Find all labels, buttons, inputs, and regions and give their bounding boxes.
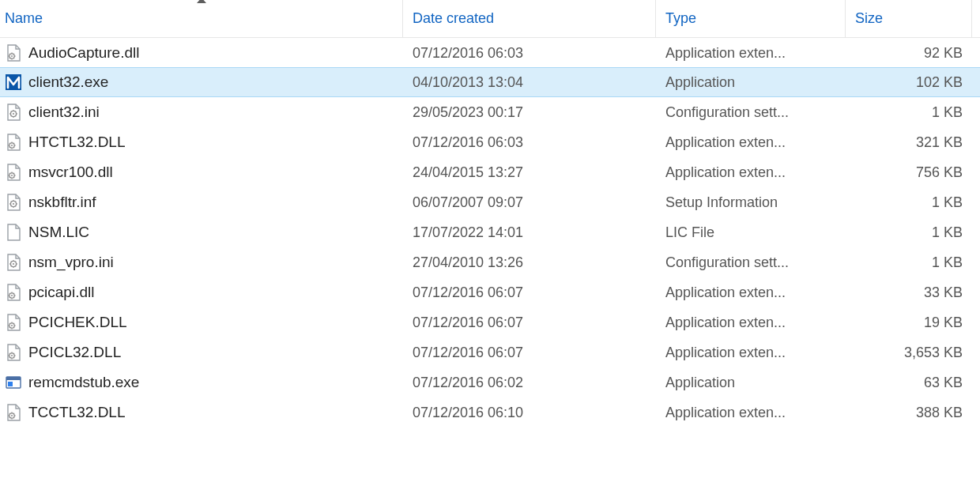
file-date: 07/12/2016 06:03 [403, 45, 656, 62]
file-size: 3,653 KB [846, 345, 972, 361]
file-name: PCICHEK.DLL [28, 314, 127, 331]
file-date: 27/04/2010 13:26 [403, 254, 656, 271]
file-type: Setup Information [656, 194, 846, 211]
file-date: 07/12/2016 06:02 [403, 375, 656, 391]
file-size: 19 KB [846, 315, 972, 331]
file-size: 756 KB [846, 164, 972, 181]
file-name: client32.exe [28, 73, 108, 91]
file-type: Application exten... [656, 45, 846, 62]
file-size: 1 KB [846, 224, 972, 241]
file-name-cell[interactable]: PCICHEK.DLL [0, 314, 403, 331]
file-size: 63 KB [846, 375, 972, 391]
dll-icon [5, 284, 22, 301]
file-name-cell[interactable]: PCICL32.DLL [0, 344, 403, 361]
column-header-type[interactable]: Type [656, 0, 846, 37]
ini-icon [5, 254, 22, 271]
file-name-cell[interactable]: TCCTL32.DLL [0, 404, 403, 421]
file-name: NSM.LIC [28, 224, 89, 241]
file-name-cell[interactable]: HTCTL32.DLL [0, 134, 403, 151]
file-name: PCICL32.DLL [28, 344, 121, 361]
file-row[interactable]: TCCTL32.DLL07/12/2016 06:10Application e… [0, 397, 980, 428]
file-size: 1 KB [846, 254, 972, 271]
file-type: Configuration sett... [656, 104, 846, 121]
file-name-cell[interactable]: AudioCapture.dll [0, 44, 403, 62]
sort-ascending-icon [197, 0, 206, 3]
file-name: remcmdstub.exe [28, 374, 139, 391]
ini-icon [5, 104, 22, 121]
dll-icon [5, 344, 22, 361]
column-header-date-label: Date created [413, 10, 494, 27]
file-icon [5, 224, 22, 241]
column-header-size[interactable]: Size [846, 0, 972, 37]
file-type: Application exten... [656, 345, 846, 361]
column-header-date[interactable]: Date created [403, 0, 656, 37]
column-header-name-label: Name [5, 10, 43, 27]
file-name-cell[interactable]: client32.exe [0, 73, 403, 91]
file-size: 102 KB [846, 74, 972, 91]
file-size: 33 KB [846, 284, 972, 301]
file-name-cell[interactable]: nskbfltr.inf [0, 194, 403, 211]
file-row[interactable]: pcicapi.dll07/12/2016 06:07Application e… [0, 277, 980, 307]
file-row[interactable]: HTCTL32.DLL07/12/2016 06:03Application e… [0, 127, 980, 157]
file-name: nsm_vpro.ini [28, 254, 114, 271]
file-name-cell[interactable]: NSM.LIC [0, 224, 403, 241]
file-rows: AudioCapture.dll07/12/2016 06:03Applicat… [0, 38, 980, 428]
file-size: 388 KB [846, 405, 972, 421]
file-type: LIC File [656, 224, 846, 241]
file-name-cell[interactable]: remcmdstub.exe [0, 374, 403, 391]
column-header-type-label: Type [665, 10, 696, 27]
column-header-name[interactable]: Name [0, 0, 403, 37]
file-row[interactable]: msvcr100.dll24/04/2015 13:27Application … [0, 157, 980, 187]
file-date: 07/12/2016 06:07 [403, 345, 656, 361]
file-type: Application exten... [656, 315, 846, 331]
file-name-cell[interactable]: nsm_vpro.ini [0, 254, 403, 271]
file-row[interactable]: PCICL32.DLL07/12/2016 06:07Application e… [0, 337, 980, 367]
file-date: 17/07/2022 14:01 [403, 224, 656, 241]
file-name: AudioCapture.dll [28, 44, 139, 62]
file-name: TCCTL32.DLL [28, 404, 126, 421]
mexe-icon [5, 73, 22, 91]
file-size: 321 KB [846, 134, 972, 151]
file-name-cell[interactable]: pcicapi.dll [0, 284, 403, 301]
file-row[interactable]: nskbfltr.inf06/07/2007 09:07Setup Inform… [0, 187, 980, 217]
file-type: Application exten... [656, 284, 846, 301]
file-list-view[interactable]: Name Date created Type Size AudioCapture… [0, 0, 980, 428]
dll-icon [5, 314, 22, 331]
file-date: 07/12/2016 06:07 [403, 315, 656, 331]
file-name: client32.ini [28, 104, 100, 121]
column-header-row: Name Date created Type Size [0, 0, 980, 38]
file-name: msvcr100.dll [28, 164, 113, 181]
file-size: 1 KB [846, 194, 972, 211]
file-type: Application [656, 375, 846, 391]
file-row[interactable]: nsm_vpro.ini27/04/2010 13:26Configuratio… [0, 247, 980, 277]
file-date: 07/12/2016 06:03 [403, 134, 656, 151]
ini-icon [5, 194, 22, 211]
file-date: 06/07/2007 09:07 [403, 194, 656, 211]
file-row[interactable]: AudioCapture.dll07/12/2016 06:03Applicat… [0, 38, 980, 68]
file-name-cell[interactable]: client32.ini [0, 104, 403, 121]
file-date: 07/12/2016 06:10 [403, 405, 656, 421]
file-type: Application exten... [656, 134, 846, 151]
file-date: 24/04/2015 13:27 [403, 164, 656, 181]
file-date: 04/10/2013 13:04 [403, 74, 656, 91]
file-name: pcicapi.dll [28, 284, 94, 301]
file-type: Application [656, 74, 846, 91]
file-row[interactable]: client32.exe04/10/2013 13:04Application1… [0, 67, 980, 97]
file-type: Configuration sett... [656, 254, 846, 271]
column-header-size-label: Size [855, 10, 883, 27]
exe-icon [5, 374, 22, 391]
file-name: HTCTL32.DLL [28, 134, 126, 151]
file-row[interactable]: client32.ini29/05/2023 00:17Configuratio… [0, 97, 980, 127]
file-row[interactable]: remcmdstub.exe07/12/2016 06:02Applicatio… [0, 367, 980, 397]
dll-icon [5, 44, 22, 62]
file-type: Application exten... [656, 164, 846, 181]
file-row[interactable]: NSM.LIC17/07/2022 14:01LIC File1 KB [0, 217, 980, 247]
file-date: 29/05/2023 00:17 [403, 104, 656, 121]
file-name: nskbfltr.inf [28, 194, 96, 211]
file-row[interactable]: PCICHEK.DLL07/12/2016 06:07Application e… [0, 307, 980, 337]
file-size: 92 KB [846, 45, 972, 62]
dll-icon [5, 164, 22, 181]
dll-icon [5, 404, 22, 421]
dll-icon [5, 134, 22, 151]
file-name-cell[interactable]: msvcr100.dll [0, 164, 403, 181]
